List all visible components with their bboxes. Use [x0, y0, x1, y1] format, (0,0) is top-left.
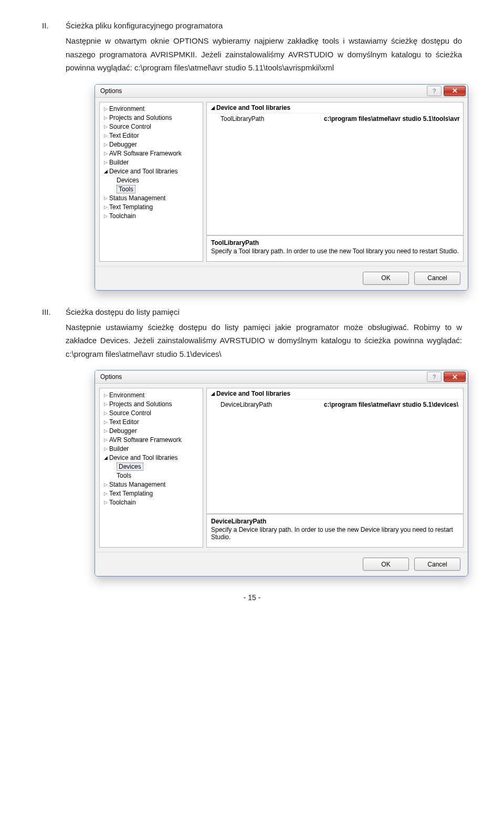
section-2-paragraph: Następnie w otwartym oknie OPTIONS wybie…: [66, 34, 462, 75]
options-dialog-devices: Options ? ✕ ▷Environment ▷Projects and S…: [94, 370, 468, 576]
desc-title: DeviceLibraryPath: [211, 518, 459, 525]
close-icon: ✕: [452, 373, 458, 381]
tree-toolchain[interactable]: Toolchain: [109, 212, 136, 220]
window-title: Options: [100, 87, 122, 95]
tree-text-editor[interactable]: Text Editor: [109, 132, 139, 139]
tree-text-templating[interactable]: Text Templating: [109, 490, 153, 497]
help-button[interactable]: ?: [427, 372, 442, 382]
desc-text: Specify a Tool library path. In order to…: [211, 248, 459, 255]
property-description: DeviceLibraryPath Specify a Device libra…: [206, 514, 464, 548]
property-grid[interactable]: ◢Device and Tool libraries ToolLibraryPa…: [206, 102, 464, 235]
tree-status-mgmt[interactable]: Status Management: [109, 481, 165, 488]
tree-debugger[interactable]: Debugger: [109, 427, 137, 435]
tree-projects[interactable]: Projects and Solutions: [109, 114, 172, 121]
page-number: - 15 -: [42, 593, 462, 602]
tree-builder[interactable]: Builder: [109, 445, 129, 452]
desc-title: ToolLibraryPath: [211, 239, 459, 246]
tree-devices[interactable]: Devices: [117, 177, 139, 184]
tree-toolchain[interactable]: Toolchain: [109, 499, 136, 506]
prop-key-devicelibrarypath[interactable]: DeviceLibraryPath: [207, 401, 320, 408]
category-tree[interactable]: ▷Environment ▷Projects and Solutions ▷So…: [99, 102, 203, 262]
tree-avr-framework[interactable]: AVR Software Framework: [109, 436, 182, 444]
tree-status-mgmt[interactable]: Status Management: [109, 194, 165, 202]
titlebar: Options ? ✕: [95, 370, 468, 384]
desc-text: Specify a Device library path. In order …: [211, 526, 459, 541]
prop-val-devicelibrarypath[interactable]: c:\program files\atmel\avr studio 5.1\de…: [320, 401, 463, 408]
tree-text-templating[interactable]: Text Templating: [109, 203, 153, 211]
tree-environment[interactable]: Environment: [109, 105, 144, 112]
prop-val-toollibrarypath[interactable]: c:\program files\atmel\avr studio 5.1\to…: [320, 115, 463, 122]
tree-devices[interactable]: Devices: [117, 462, 143, 471]
cancel-button[interactable]: Cancel: [414, 558, 460, 571]
tree-source-control[interactable]: Source Control: [109, 409, 151, 417]
section-3-roman: III.: [42, 307, 66, 316]
tree-avr-framework[interactable]: AVR Software Framework: [109, 150, 182, 157]
titlebar: Options ? ✕: [95, 85, 468, 98]
tree-text-editor[interactable]: Text Editor: [109, 418, 139, 426]
property-description: ToolLibraryPath Specify a Tool library p…: [206, 235, 464, 262]
tree-builder[interactable]: Builder: [109, 159, 129, 166]
property-grid[interactable]: ◢Device and Tool libraries DeviceLibrary…: [206, 388, 464, 514]
prop-category: Device and Tool libraries: [216, 390, 290, 397]
tree-source-control[interactable]: Source Control: [109, 123, 151, 130]
section-3-title: Ścieżka dostępu do listy pamięci: [66, 307, 180, 316]
ok-button[interactable]: OK: [363, 272, 409, 285]
close-button[interactable]: ✕: [444, 86, 466, 96]
close-button[interactable]: ✕: [444, 372, 466, 382]
section-2-roman: II.: [42, 21, 66, 30]
options-dialog-tools: Options ? ✕ ▷Environment ▷Projects and S…: [94, 84, 468, 291]
window-title: Options: [100, 373, 122, 380]
section-3-paragraph: Następnie ustawiamy ścieżkę dostępu do l…: [66, 321, 462, 361]
prop-key-toollibrarypath[interactable]: ToolLibraryPath: [207, 115, 320, 122]
section-2-title: Ścieżka pliku konfiguracyjnego programat…: [66, 21, 223, 30]
cancel-button[interactable]: Cancel: [414, 272, 460, 285]
category-tree[interactable]: ▷Environment ▷Projects and Solutions ▷So…: [99, 388, 203, 548]
ok-button[interactable]: OK: [363, 558, 409, 571]
prop-category: Device and Tool libraries: [216, 104, 290, 111]
tree-device-tool-libs[interactable]: Device and Tool libraries: [109, 454, 178, 461]
close-icon: ✕: [452, 87, 458, 95]
tree-device-tool-libs[interactable]: Device and Tool libraries: [109, 168, 178, 175]
help-button[interactable]: ?: [427, 86, 442, 96]
tree-tools[interactable]: Tools: [117, 185, 135, 193]
tree-debugger[interactable]: Debugger: [109, 141, 137, 148]
tree-environment[interactable]: Environment: [109, 392, 144, 399]
tree-projects[interactable]: Projects and Solutions: [109, 400, 172, 408]
tree-tools[interactable]: Tools: [117, 472, 131, 479]
